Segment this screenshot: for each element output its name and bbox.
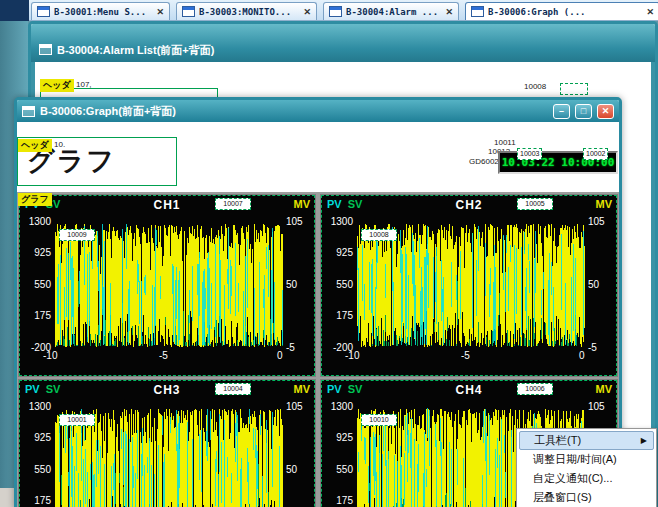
part-id-tag bbox=[560, 83, 588, 95]
pv-sv-label: PVSV bbox=[25, 383, 60, 395]
menu-item-label: 调整日期/时间(A) bbox=[533, 453, 617, 465]
axis-label: 925 bbox=[19, 247, 51, 258]
alarm-window-title: B-30004:Alarm List(前面+背面) bbox=[57, 43, 214, 58]
axis-label: 550 bbox=[321, 279, 353, 290]
window-icon bbox=[39, 44, 52, 55]
tab-alarm-screen[interactable]: B-30004:Alarm ... ✕ bbox=[323, 2, 459, 20]
axis-label: 50 bbox=[286, 279, 297, 290]
channel-label: CH3 bbox=[19, 383, 315, 397]
screen-window-icon bbox=[329, 6, 342, 17]
axis-label: 550 bbox=[321, 464, 353, 475]
object-id-text: 10008 bbox=[524, 82, 546, 91]
menu-item-cascade-windows[interactable]: 层叠窗口(S) bbox=[519, 488, 654, 507]
tab-label: B-30004:Alarm ... bbox=[346, 7, 437, 17]
channel-label: CH4 bbox=[321, 383, 617, 397]
tab-monitor-screen[interactable]: B-30003:MONITO... ✕ bbox=[176, 2, 317, 20]
menu-item-label: 层叠窗口(S) bbox=[533, 491, 592, 503]
mv-label: MV bbox=[596, 383, 613, 395]
context-menu: 工具栏(T) ▶ 调整日期/时间(A) 自定义通知(C)... 层叠窗口(S) bbox=[516, 428, 657, 507]
mv-label: MV bbox=[596, 198, 613, 210]
axis-label: -5 bbox=[159, 350, 168, 361]
graph-window-title: B-30006:Graph(前面+背面) bbox=[40, 104, 548, 119]
close-button[interactable]: ✕ bbox=[597, 104, 614, 119]
axis-label: 175 bbox=[321, 495, 353, 506]
tab-label: B-30006:Graph (... bbox=[488, 7, 586, 17]
axis-label: 550 bbox=[19, 464, 51, 475]
axis-label: 925 bbox=[19, 432, 51, 443]
axis-label: 105 bbox=[588, 216, 605, 227]
axis-label: 175 bbox=[19, 495, 51, 506]
screen-window-icon bbox=[471, 6, 484, 17]
tab-bar-corner bbox=[0, 0, 29, 21]
axis-label: -5 bbox=[286, 342, 295, 353]
part-id-tag: 10009 bbox=[59, 229, 95, 241]
axis-label: -5 bbox=[588, 342, 597, 353]
part-id-tag: 10002 bbox=[583, 148, 608, 160]
alarm-window-titlebar[interactable]: B-30004:Alarm List(前面+背面) bbox=[31, 24, 655, 62]
menu-item-label: 自定义通知(C)... bbox=[533, 472, 612, 484]
menu-item-adjust-datetime[interactable]: 调整日期/时间(A) bbox=[519, 450, 654, 469]
axis-label: 925 bbox=[321, 432, 353, 443]
tab-close-icon[interactable]: ✕ bbox=[152, 7, 164, 17]
tab-graph-screen[interactable]: B-30006:Graph (... ✕ bbox=[465, 2, 658, 20]
minimize-button[interactable]: – bbox=[553, 104, 570, 119]
tab-close-icon[interactable]: ✕ bbox=[642, 7, 654, 17]
channel-label: CH2 bbox=[321, 198, 617, 212]
tab-close-icon[interactable]: ✕ bbox=[441, 7, 453, 17]
axis-label: -5 bbox=[461, 350, 470, 361]
axis-label: 105 bbox=[286, 401, 303, 412]
axis-label: 550 bbox=[19, 279, 51, 290]
tab-label: B-30003:MONITO... bbox=[199, 7, 291, 17]
header-layer-tag: ヘッダ bbox=[40, 79, 74, 92]
tab-close-icon[interactable]: ✕ bbox=[299, 7, 311, 17]
axis-label: 50 bbox=[588, 279, 599, 290]
axis-label: 1300 bbox=[321, 216, 353, 227]
channel-label: CH1 bbox=[19, 198, 315, 212]
axis-label: 1300 bbox=[19, 216, 51, 227]
window-icon bbox=[22, 106, 35, 117]
mv-label: MV bbox=[294, 383, 311, 395]
menu-item-label: 工具栏(T) bbox=[534, 434, 581, 446]
tab-menu-screen[interactable]: B-30001:Menu S... ✕ bbox=[31, 2, 170, 20]
screen: B-30004:Alarm List(前面+背面) ヘッダ 107, 10008… bbox=[0, 0, 658, 507]
tab-label: B-30001:Menu S... bbox=[54, 7, 146, 17]
axis-label: 1300 bbox=[321, 401, 353, 412]
mv-label: MV bbox=[294, 198, 311, 210]
graph-panel-ch3[interactable]: PVSV CH3 10004 MV 1300 925 550 175 -200 … bbox=[19, 380, 315, 507]
axis-label: 0 bbox=[579, 350, 585, 361]
graph-window-titlebar[interactable]: B-30006:Graph(前面+背面) – □ ✕ bbox=[17, 100, 619, 122]
axis-label: -10 bbox=[345, 350, 359, 361]
part-id-tag: 10005 bbox=[517, 198, 553, 210]
menu-item-toolbar[interactable]: 工具栏(T) ▶ bbox=[519, 431, 654, 450]
graph-layer-tag: グラフ bbox=[18, 193, 52, 206]
maximize-button[interactable]: □ bbox=[575, 104, 592, 119]
background-corner bbox=[0, 488, 14, 507]
axis-label: 105 bbox=[286, 216, 303, 227]
part-id-tag: 10004 bbox=[215, 383, 251, 395]
object-id-text: 10011 bbox=[494, 138, 516, 147]
axis-label: 175 bbox=[19, 310, 51, 321]
part-id-tag: 10006 bbox=[517, 383, 553, 395]
axis-label: 1300 bbox=[19, 401, 51, 412]
axis-label: 105 bbox=[588, 401, 605, 412]
part-id-tag: 10008 bbox=[361, 229, 397, 241]
screen-window-icon bbox=[182, 6, 195, 17]
pv-sv-label: PVSV bbox=[327, 383, 362, 395]
axis-label: 50 bbox=[286, 464, 297, 475]
graph-panel-ch1[interactable]: PVSV CH1 10007 MV 1300 925 550 175 -200 … bbox=[19, 195, 315, 376]
part-id-tag: 10001 bbox=[59, 414, 95, 426]
pv-sv-label: PVSV bbox=[327, 198, 362, 210]
graph-panel-ch2[interactable]: PVSV CH2 10005 MV 1300 925 550 175 -200 … bbox=[321, 195, 617, 376]
axis-label: 925 bbox=[321, 247, 353, 258]
axis-label: 0 bbox=[277, 350, 283, 361]
screen-window-icon bbox=[37, 6, 50, 17]
part-id-tag: 10003 bbox=[517, 148, 542, 160]
part-id-tag: 10007 bbox=[215, 198, 251, 210]
axis-label: -10 bbox=[43, 350, 57, 361]
submenu-arrow-icon: ▶ bbox=[641, 432, 647, 449]
part-id-tag: 10010 bbox=[361, 414, 397, 426]
axis-label: 175 bbox=[321, 310, 353, 321]
header-layer-tag: ヘッダ bbox=[18, 139, 52, 152]
menu-item-customize-notification[interactable]: 自定义通知(C)... bbox=[519, 469, 654, 488]
